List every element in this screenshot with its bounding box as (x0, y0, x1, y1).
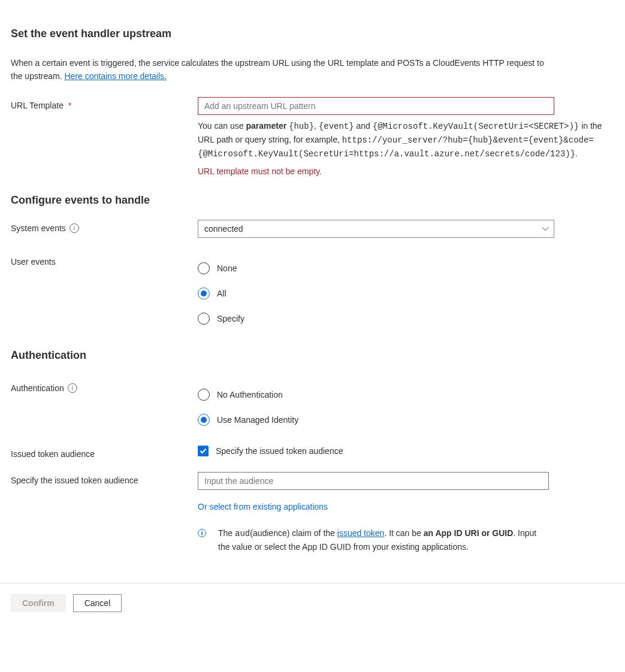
issued-token-link[interactable]: issued token (337, 528, 385, 538)
radio-label: All (217, 289, 227, 298)
radio-label: None (217, 264, 237, 273)
specify-audience-label-text: Specify the issued token audience (11, 476, 138, 485)
audience-note: i The aud(audience) claim of the issued … (198, 527, 545, 553)
note-bold: an App ID URI or GUID (424, 528, 514, 538)
cancel-button[interactable]: Cancel (73, 594, 122, 612)
radio-icon (198, 389, 210, 401)
chevron-down-icon (542, 225, 549, 232)
help-bold: parameter (246, 121, 289, 131)
url-template-label-text: URL Template (11, 101, 64, 110)
help-mono: {event} (319, 122, 354, 131)
system-events-label-text: System events (11, 223, 66, 233)
authentication-label: Authentication i (11, 380, 198, 393)
user-events-radio-specify[interactable]: Specify (198, 306, 605, 331)
user-events-radio-all[interactable]: All (198, 281, 605, 306)
select-existing-app-link[interactable]: Or select from existing applications (198, 502, 328, 511)
note-mono: aud (235, 529, 250, 538)
url-template-help: You can use parameter {hub}, {event} and… (198, 120, 605, 161)
radio-icon (198, 287, 210, 299)
url-template-input[interactable] (198, 97, 554, 115)
note-text: The (218, 528, 235, 538)
help-mono: {hub} (289, 122, 314, 131)
confirm-button: Confirm (11, 594, 66, 612)
specify-audience-checkbox[interactable] (198, 446, 209, 456)
radio-icon (198, 414, 210, 426)
radio-label: No Authentication (217, 390, 283, 399)
auth-radio-none[interactable]: No Authentication (198, 382, 605, 407)
info-icon: i (198, 529, 206, 537)
specify-audience-label: Specify the issued token audience (11, 472, 198, 485)
user-events-label: User events (11, 253, 198, 267)
radio-icon (198, 262, 210, 274)
intro-details-link[interactable]: Here contains more details. (65, 71, 167, 81)
url-template-label: URL Template * (11, 97, 198, 110)
required-asterisk: * (68, 101, 71, 110)
events-heading: Configure events to handle (11, 194, 614, 207)
info-icon[interactable]: i (70, 223, 79, 233)
auth-radio-managed[interactable]: Use Managed Identity (198, 407, 605, 432)
help-mono: {@Microsoft.KeyVault(SecretUri=<SECRET>)… (373, 122, 579, 131)
note-text: . It can be (384, 528, 423, 538)
info-icon[interactable]: i (68, 383, 77, 393)
auth-heading: Authentication (11, 349, 614, 362)
help-text: . (575, 149, 578, 158)
audience-input[interactable] (198, 472, 549, 490)
issued-token-label-text: Issued token audience (11, 449, 95, 459)
help-text: and (354, 121, 373, 131)
radio-icon (198, 313, 210, 325)
user-events-radio-none[interactable]: None (198, 256, 605, 281)
system-events-label: System events i (11, 220, 198, 233)
radio-label: Use Managed Identity (217, 415, 298, 425)
page-title: Set the event handler upstream (11, 28, 614, 40)
note-text: (audience) claim of the (250, 528, 337, 538)
help-text: , (314, 121, 319, 131)
intro-paragraph: When a certain event is triggered, the s… (11, 57, 556, 83)
system-events-select[interactable]: connected (198, 220, 554, 238)
system-events-value: connected (204, 224, 243, 234)
user-events-label-text: User events (11, 257, 56, 267)
url-template-error: URL template must not be empty. (198, 167, 605, 176)
issued-token-label: Issued token audience (11, 446, 198, 459)
help-text: You can use (198, 121, 246, 131)
authentication-label-text: Authentication (11, 383, 64, 393)
radio-label: Specify (217, 314, 244, 323)
footer: Confirm Cancel (0, 583, 625, 623)
checkbox-label: Specify the issued token audience (216, 446, 343, 456)
